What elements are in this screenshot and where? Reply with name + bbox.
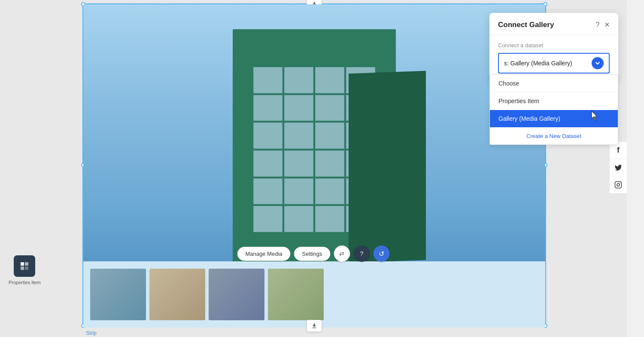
window-pane: [284, 123, 313, 149]
gallery-thumb-4[interactable]: [268, 269, 324, 320]
window-pane: [284, 178, 313, 205]
dropdown-item-gallery[interactable]: Gallery (Media Gallery): [490, 110, 618, 128]
panel-help-button[interactable]: ?: [595, 21, 599, 29]
panel-title: Connect Gallery: [498, 21, 554, 29]
window-pane: [253, 95, 283, 121]
window-pane: [253, 67, 283, 93]
dropdown-menu: Choose Properties Item Gallery (Media Ga…: [489, 74, 618, 145]
connect-icon: ↺: [379, 250, 384, 258]
window-pane: [315, 123, 344, 149]
properties-item-label: Properties Item: [9, 279, 41, 285]
gallery-toolbar: Manage Media Settings ⇄ ? ↺: [237, 245, 390, 262]
building-shape: [203, 12, 426, 261]
gallery-thumb-3[interactable]: [209, 269, 264, 320]
canvas-area: Wix Pro Gallery 2: [0, 0, 627, 337]
properties-panel: Properties Item: [9, 255, 41, 285]
strip-label: Strip: [82, 329, 100, 337]
window-pane: [253, 123, 283, 149]
window-pane: [284, 67, 313, 93]
swap-icon: ⇄: [339, 250, 344, 257]
gallery-strip: [83, 261, 545, 328]
help-icon-button[interactable]: ?: [353, 245, 370, 262]
panel-body: Connect a dataset s: Gallery (Media Gall…: [489, 35, 618, 80]
dropdown-container: s: Gallery (Media Gallery) Choose Proper…: [498, 53, 610, 74]
window-pane: [315, 178, 344, 205]
panel-header: Connect Gallery ? ×: [489, 13, 618, 35]
dropdown-selected[interactable]: s: Gallery (Media Gallery): [498, 53, 610, 74]
download-handle-bottom[interactable]: [307, 320, 322, 332]
window-pane: [315, 150, 344, 177]
svg-rect-4: [615, 181, 622, 188]
building-side: [349, 71, 426, 261]
window-pane: [284, 206, 313, 232]
window-pane: [284, 150, 313, 177]
dropdown-item-create-dataset[interactable]: Create a New Dataset: [490, 128, 618, 144]
gallery-thumb-1[interactable]: [90, 269, 146, 320]
svg-rect-2: [21, 267, 24, 270]
svg-point-6: [620, 183, 620, 184]
properties-icon: [14, 255, 35, 277]
window-pane: [315, 206, 344, 232]
manage-media-button[interactable]: Manage Media: [237, 247, 291, 261]
gallery-thumb-2[interactable]: [149, 269, 205, 320]
panel-close-button[interactable]: ×: [605, 20, 610, 30]
svg-rect-0: [21, 262, 24, 266]
svg-rect-3: [25, 267, 28, 270]
chevron-down-icon: [592, 57, 604, 69]
svg-point-5: [617, 184, 620, 186]
dropdown-item-properties[interactable]: Properties Item: [490, 92, 618, 110]
window-pane: [284, 95, 313, 121]
panel-header-icons: ? ×: [595, 20, 610, 30]
connect-gallery-panel: Connect Gallery ? × Connect a dataset s:…: [489, 13, 618, 80]
connect-dataset-label: Connect a dataset: [498, 42, 610, 49]
window-pane: [253, 178, 283, 205]
window-pane: [315, 67, 344, 93]
window-pane: [253, 206, 283, 232]
instagram-icon[interactable]: [610, 176, 627, 193]
window-pane: [315, 95, 344, 121]
twitter-icon[interactable]: [610, 159, 627, 176]
dropdown-selected-text: s: Gallery (Media Gallery): [504, 60, 572, 67]
dropdown-item-choose[interactable]: Choose: [490, 75, 618, 92]
svg-rect-1: [25, 262, 28, 266]
gallery-widget: Wix Pro Gallery 2: [82, 3, 546, 327]
social-sidebar: f: [610, 142, 627, 193]
settings-button[interactable]: Settings: [294, 247, 331, 261]
connect-icon-button[interactable]: ↺: [373, 245, 389, 262]
swap-icon-button[interactable]: ⇄: [334, 245, 350, 262]
help-icon: ?: [360, 250, 364, 257]
window-pane: [253, 150, 283, 177]
gallery-main-image: [83, 4, 545, 261]
